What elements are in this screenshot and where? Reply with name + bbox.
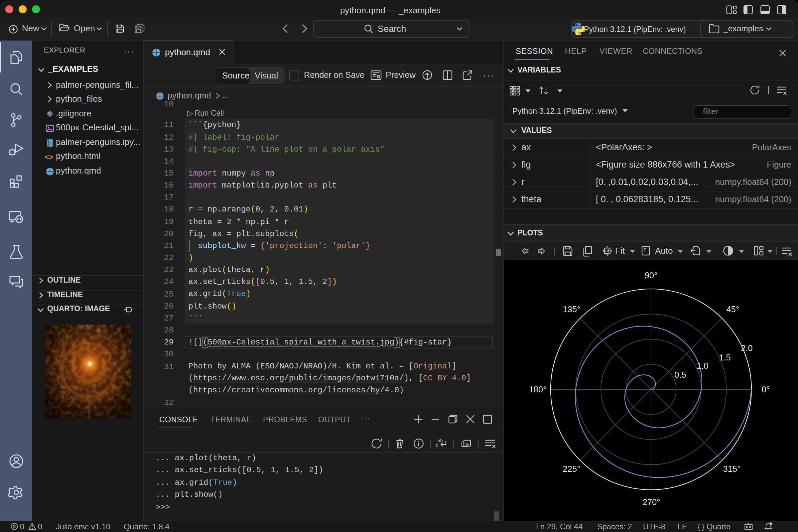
svg-text:315°: 315°: [723, 464, 740, 474]
svg-text:1.5: 1.5: [719, 353, 730, 362]
svg-text:c: c: [436, 442, 438, 448]
svg-text:0°: 0°: [761, 385, 770, 394]
svg-text:135°: 135°: [563, 305, 580, 314]
svg-text:90°: 90°: [644, 271, 657, 280]
svg-text:1.0: 1.0: [696, 361, 708, 370]
svg-text:45°: 45°: [726, 305, 739, 314]
svg-text:180°: 180°: [529, 385, 546, 394]
svg-text:0.5: 0.5: [674, 370, 686, 379]
svg-text:2.0: 2.0: [740, 343, 753, 353]
svg-text:ab: ab: [437, 438, 442, 443]
svg-text:225°: 225°: [563, 464, 580, 474]
svg-text:270°: 270°: [642, 497, 660, 507]
svg-text:Fit: Fit: [615, 246, 625, 256]
svg-text:Auto: Auto: [655, 246, 673, 256]
